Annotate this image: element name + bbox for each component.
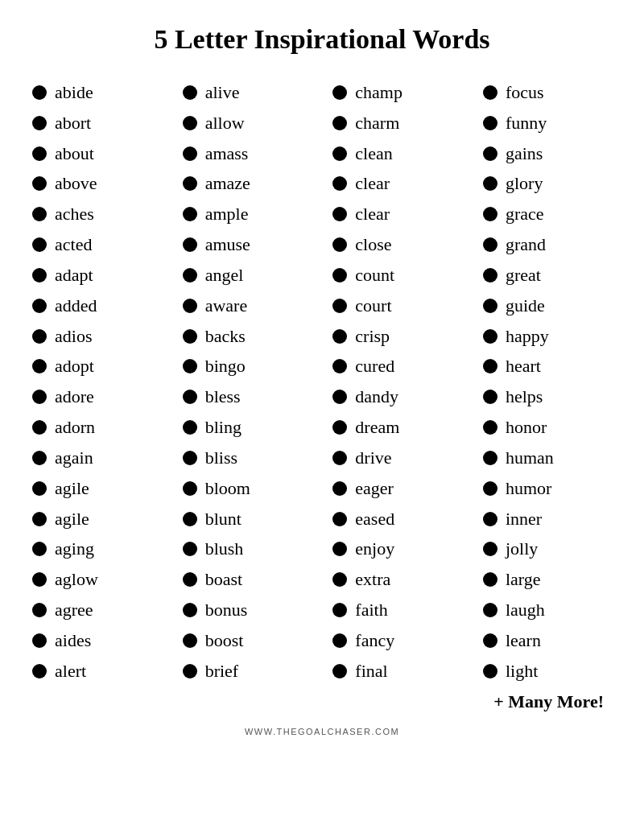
bullet-icon [183,359,197,373]
list-item: court [332,291,461,321]
word-text: adopt [55,351,94,381]
bullet-icon [32,390,47,404]
word-text: aches [55,199,94,229]
list-item: agile [32,473,161,504]
bullet-icon [332,390,347,404]
bullet-icon [183,603,197,617]
list-item: above [32,168,161,199]
bullet-icon [183,633,197,648]
word-text: aides [55,625,91,656]
word-text: dream [355,412,399,443]
list-item: adorn [32,412,161,443]
word-text: angel [205,260,244,291]
bullet-icon [332,146,347,161]
bullet-icon [183,542,197,556]
word-text: aware [205,291,248,321]
list-item: laugh [483,595,612,625]
list-item: angel [183,260,312,291]
list-item: enjoy [332,534,461,564]
bullet-icon [32,176,47,191]
bullet-icon [332,116,347,130]
more-text: + Many More! [32,691,612,712]
list-item: boast [183,564,312,595]
bullet-icon [183,481,197,496]
bullet-icon [32,512,47,526]
list-item: helps [483,381,612,412]
bullet-icon [32,146,47,161]
word-text: bling [205,412,242,443]
word-text: crisp [355,321,390,352]
word-text: blunt [205,504,242,534]
bullet-icon [332,481,347,496]
list-item: clean [332,138,461,169]
word-text: glory [506,168,543,199]
word-text: backs [205,321,246,352]
list-item: agree [32,595,161,625]
word-text: abide [55,77,93,108]
word-text: drive [355,443,391,473]
list-item: learn [483,625,612,656]
list-item: extra [332,564,461,595]
bullet-icon [483,299,497,313]
word-text: alive [205,77,240,108]
word-text: eager [355,473,394,504]
word-text: bless [205,381,241,412]
bullet-icon [332,512,347,526]
bullet-icon [332,85,347,100]
bullet-icon [332,329,347,344]
list-item: aglow [32,564,161,595]
bullet-icon [183,420,197,435]
list-item: aides [32,625,161,656]
word-text: faith [355,595,387,625]
list-item: funny [483,108,612,138]
word-text: extra [355,564,390,595]
word-text: humor [506,473,551,504]
bullet-icon [32,299,47,313]
list-item: amass [183,138,312,169]
bullet-icon [183,176,197,191]
word-text: clear [355,168,390,199]
bullet-icon [483,268,497,282]
list-item: count [332,260,461,291]
list-item: allow [183,108,312,138]
bullet-icon [32,268,47,282]
list-item: amuse [183,229,312,260]
list-item: ample [183,199,312,229]
list-item: cured [332,351,461,381]
bullet-icon [32,85,47,100]
bullet-icon [32,420,47,435]
word-column-col3: champcharmcleanclearclearclosecountcourt… [332,77,461,687]
word-text: alert [55,656,86,687]
bullet-icon [332,603,347,617]
bullet-icon [32,207,47,221]
word-text: adore [55,381,94,412]
bullet-icon [332,237,347,252]
bullet-icon [32,542,47,556]
word-text: agile [55,504,89,534]
bullet-icon [483,359,497,373]
bullet-icon [483,572,497,587]
bullet-icon [332,176,347,191]
word-text: boost [205,625,244,656]
page-wrapper: 5 Letter Inspirational Words abideaborta… [16,0,628,753]
word-text: count [355,260,394,291]
list-item: jolly [483,534,612,564]
bullet-icon [183,329,197,344]
bullet-icon [483,85,497,100]
bullet-icon [332,268,347,282]
bullet-icon [332,207,347,221]
list-item: abide [32,77,161,108]
list-item: bless [183,381,312,412]
list-item: crisp [332,321,461,352]
word-text: fancy [355,625,394,656]
list-item: humor [483,473,612,504]
list-item: light [483,656,612,687]
word-text: clear [355,199,390,229]
list-item: aches [32,199,161,229]
list-item: added [32,291,161,321]
word-text: adios [55,321,92,352]
bullet-icon [483,176,497,191]
bullet-icon [183,85,197,100]
word-text: jolly [506,534,538,564]
word-text: boast [205,564,242,595]
